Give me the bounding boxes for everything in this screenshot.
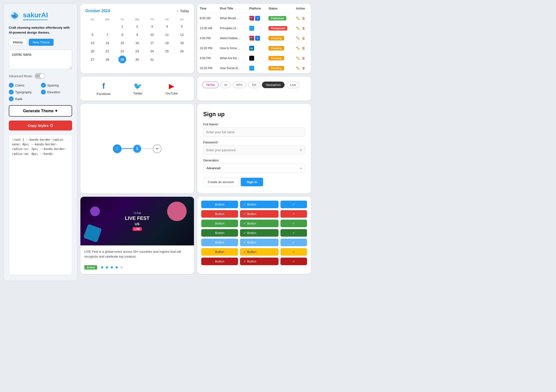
cal-day-28[interactable]: 28: [104, 56, 111, 63]
delete-button[interactable]: 🗑: [302, 17, 305, 20]
btn-dark-red[interactable]: Button: [201, 258, 238, 265]
cal-day-8[interactable]: 8: [118, 31, 126, 38]
new-theme-button[interactable]: New Theme: [29, 39, 54, 46]
btn-blue[interactable]: Button: [201, 201, 238, 208]
generation-select[interactable]: Basic Advanced Expert: [203, 164, 305, 173]
btn-blue-check[interactable]: ✓ Button: [240, 201, 278, 208]
cal-day-2[interactable]: 2: [133, 22, 141, 30]
cal-day-16[interactable]: 16: [133, 39, 141, 47]
tag-kfc[interactable]: KFC: [233, 82, 246, 88]
password-input[interactable]: [203, 146, 305, 155]
cal-day-10[interactable]: 10: [148, 31, 156, 38]
edit-button[interactable]: ✏️: [296, 37, 300, 40]
cal-day-15[interactable]: 15: [118, 39, 126, 47]
btn-green[interactable]: Button: [201, 220, 238, 227]
btn-yellow-check[interactable]: ✓ Button: [240, 248, 278, 256]
cal-day-19[interactable]: 19: [178, 39, 186, 47]
cal-day-18[interactable]: 18: [163, 39, 171, 47]
cal-day-21[interactable]: 21: [104, 47, 111, 55]
btn-dk-green[interactable]: Button: [201, 229, 238, 237]
btn-green-check[interactable]: ✓ Button: [240, 220, 278, 227]
sign-in-button[interactable]: Sign in: [241, 178, 263, 186]
edit-button[interactable]: ✏️: [296, 66, 300, 70]
check-typography: ✓ Typography: [9, 90, 40, 94]
calendar-today-button[interactable]: Today: [180, 9, 189, 13]
table-row: 12:00 AM Principles of ... 🐦 Postponed ✏…: [197, 23, 311, 33]
btn-dark-red-icon[interactable]: ✓: [280, 258, 307, 265]
btn-yellow[interactable]: Button: [201, 248, 238, 256]
delete-button[interactable]: 🗑: [302, 66, 305, 70]
btn-green-icon[interactable]: ✓: [280, 220, 307, 227]
btn-red-icon[interactable]: ✓: [280, 210, 307, 218]
facebook-link[interactable]: f Facebook: [97, 82, 111, 96]
delete-button[interactable]: 🗑: [302, 47, 305, 50]
btn-yellow-icon[interactable]: ✓: [280, 248, 307, 256]
youtube-link[interactable]: ▶ YouTube: [165, 82, 178, 95]
cal-day-22[interactable]: 22: [118, 47, 126, 55]
cal-day-30[interactable]: 30: [133, 56, 141, 63]
cal-day-1[interactable]: 1: [118, 22, 126, 30]
cal-day-26[interactable]: 26: [178, 47, 186, 55]
social-links-widget: f Facebook 🐦 Twitter ▶ YouTube: [80, 77, 194, 101]
logo-text: sakurAI: [23, 11, 48, 19]
advanced-mode-toggle[interactable]: OFF: [35, 73, 45, 79]
star-5: ★: [120, 265, 124, 270]
btn-red[interactable]: Button: [201, 210, 238, 218]
cal-day-29[interactable]: 29: [118, 56, 126, 63]
cal-day-23[interactable]: 23: [133, 47, 141, 55]
cal-day-11[interactable]: 11: [163, 31, 171, 38]
history-button[interactable]: History: [9, 39, 27, 46]
cal-day-5[interactable]: 5: [178, 22, 186, 30]
cal-day-4[interactable]: 4: [163, 22, 171, 30]
copy-styles-button[interactable]: Copy Styles 🗒: [9, 121, 72, 131]
day-header-su: SU: [85, 17, 100, 22]
btn-light-blue[interactable]: Button: [201, 239, 238, 246]
cal-day-7[interactable]: 7: [104, 31, 111, 38]
cal-day-20[interactable]: 20: [89, 47, 96, 55]
tag-hackathon[interactable]: Hackathon: [262, 82, 284, 88]
cal-day-9[interactable]: 9: [133, 31, 141, 38]
cal-day-31[interactable]: 31: [148, 56, 156, 63]
cal-day-24[interactable]: 24: [148, 47, 156, 55]
cal-day-17[interactable]: 17: [148, 39, 156, 47]
btn-light-blue-check[interactable]: ✓ Button: [240, 239, 278, 246]
generate-theme-button[interactable]: Generate Theme ✦: [9, 105, 72, 117]
calendar-nav: ‹ Today: [177, 9, 189, 13]
status-badge: Published: [268, 16, 286, 20]
edit-button[interactable]: ✏️: [296, 17, 300, 20]
tag-ai[interactable]: AI: [220, 82, 231, 88]
cell-status: Pending: [266, 63, 293, 73]
edit-button[interactable]: ✏️: [296, 27, 300, 30]
cal-day-14[interactable]: 14: [104, 39, 111, 47]
calendar-prev-button[interactable]: ‹: [177, 9, 178, 13]
cal-day-6[interactable]: 6: [89, 31, 96, 38]
delete-button[interactable]: 🗑: [302, 37, 305, 40]
btn-dk-green-icon[interactable]: ✓: [280, 229, 307, 237]
btn-dk-green-check[interactable]: ✓ Button: [240, 229, 278, 237]
twitter-label: Twitter: [133, 92, 143, 95]
day-header-th: TH: [145, 17, 159, 22]
btn-red-check[interactable]: ✓ Button: [240, 210, 278, 218]
cal-day-12[interactable]: 12: [178, 31, 186, 38]
theme-text-input[interactable]: comic sans: [9, 50, 72, 69]
btn-light-blue-icon[interactable]: ✓: [280, 239, 307, 246]
status-badge: Pending: [268, 66, 284, 70]
edit-button[interactable]: ✏️: [296, 47, 300, 50]
features-checklist: ✓ Colors ✓ Spacing ✓ Typography ✓ Elevat…: [9, 83, 72, 101]
delete-button[interactable]: 🗑: [302, 56, 305, 60]
cal-day-3[interactable]: 3: [148, 22, 156, 30]
cal-day-13[interactable]: 13: [89, 39, 96, 47]
tag-dx[interactable]: DX: [248, 82, 260, 88]
cal-day-27[interactable]: 27: [89, 56, 96, 63]
tag-live[interactable]: Live: [287, 82, 300, 88]
twitter-link[interactable]: 🐦 Twitter: [133, 82, 143, 95]
btn-blue-icon[interactable]: ✓: [280, 201, 307, 208]
edit-button[interactable]: ✏️: [296, 56, 300, 60]
btn-dark-red-check[interactable]: ✓ Button: [240, 258, 278, 265]
delete-button[interactable]: 🗑: [302, 27, 305, 30]
create-account-button[interactable]: Create an account: [203, 177, 238, 187]
full-name-input[interactable]: [203, 128, 305, 137]
cal-day-25[interactable]: 25: [163, 47, 171, 55]
tag-tiktok[interactable]: TikTok: [202, 82, 219, 88]
day-header-sa: SA: [175, 17, 189, 22]
